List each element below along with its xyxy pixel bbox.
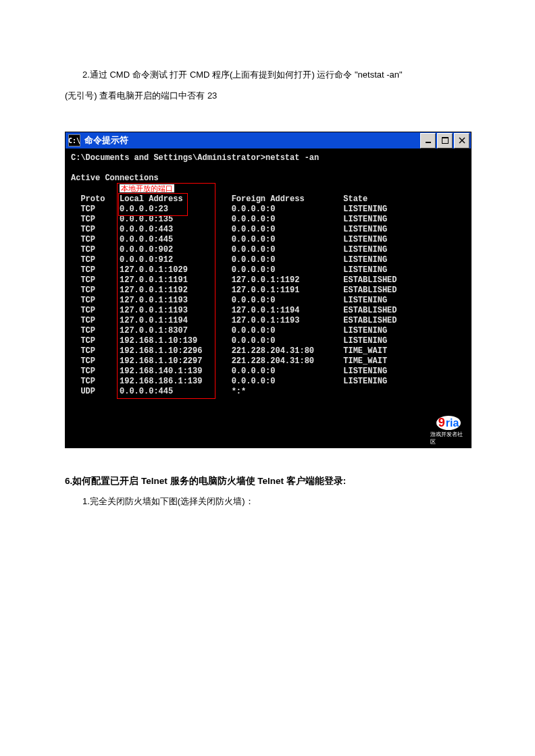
maximize-button[interactable]: [437, 133, 453, 148]
document-body: 2.通过 CMD 命令测试 打开 CMD 程序(上面有提到如何打开) 运行命令 …: [0, 0, 535, 508]
watermark-ria: ria: [446, 417, 459, 429]
cmd-icon: C:\: [68, 134, 80, 146]
intro-line1: 2.通过 CMD 命令测试 打开 CMD 程序(上面有提到如何打开) 运行命令 …: [65, 64, 470, 85]
intro-paragraph: 2.通过 CMD 命令测试 打开 CMD 程序(上面有提到如何打开) 运行命令 …: [65, 64, 470, 106]
terminal-output: C:\Documents and Settings\Administrator>…: [66, 149, 471, 448]
section-6-heading: 6.如何配置已开启 Telnet 服务的电脑防火墙使 Telnet 客户端能登录…: [65, 475, 470, 487]
minimize-button[interactable]: [420, 133, 436, 148]
redbox-local-column: [117, 183, 215, 399]
window-title: 命令提示符: [84, 134, 420, 146]
redbox-port-23: [118, 193, 188, 216]
cmd-window-screenshot: C:\ 命令提示符 C:\Documents and Settings\Admi…: [65, 132, 472, 448]
annotation-label: 本地开放的端口: [120, 184, 174, 192]
watermark-sub: 游戏开发者社区: [430, 431, 467, 446]
close-button[interactable]: [454, 133, 469, 148]
section-6-step1: 1.完全关闭防火墙如下图(选择关闭防火墙)：: [65, 495, 470, 508]
svg-rect-2: [442, 137, 449, 138]
window-buttons: [420, 133, 469, 148]
svg-rect-0: [426, 142, 431, 143]
watermark-9: 9: [438, 416, 445, 430]
intro-line2: (无引号) 查看电脑开启的端口中否有 23: [65, 85, 470, 106]
window-titlebar: C:\ 命令提示符: [66, 132, 471, 149]
watermark-logo: 9ria 游戏开发者社区: [430, 418, 467, 443]
